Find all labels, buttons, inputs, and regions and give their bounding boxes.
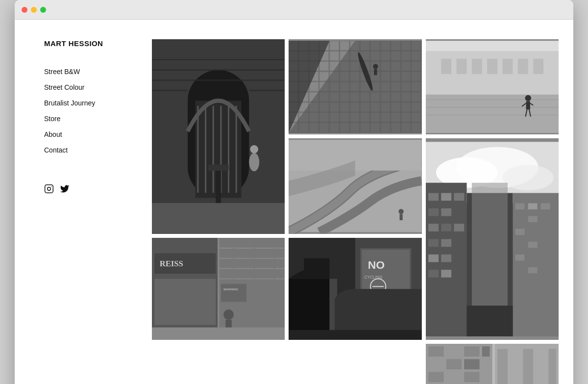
svg-rect-76 xyxy=(441,270,451,278)
svg-rect-51 xyxy=(426,41,559,51)
photo-grid: REISS WARNING xyxy=(152,39,559,384)
photo-square xyxy=(426,39,559,134)
svg-text:REISS: REISS xyxy=(160,259,183,268)
svg-rect-136 xyxy=(446,359,461,370)
photo-paving xyxy=(289,39,421,134)
svg-point-16 xyxy=(250,145,258,154)
browser-content: MART HESSION Street B&W Street Colour Br… xyxy=(15,20,573,384)
nav-item-about[interactable]: About xyxy=(44,130,142,139)
photo-cell-3[interactable] xyxy=(426,39,559,134)
svg-rect-131 xyxy=(428,346,443,357)
photo-cell-6[interactable]: REISS WARNING xyxy=(152,238,285,340)
instagram-icon xyxy=(44,184,54,194)
photo-cell-1[interactable] xyxy=(152,39,285,234)
svg-point-110 xyxy=(223,309,234,320)
svg-rect-79 xyxy=(528,204,537,210)
nav-item-street-bw[interactable]: Street B&W xyxy=(44,67,142,76)
svg-rect-148 xyxy=(536,349,546,384)
svg-rect-135 xyxy=(428,359,443,370)
nav-item-store[interactable]: Store xyxy=(44,114,142,123)
svg-rect-84 xyxy=(515,229,524,235)
svg-point-30 xyxy=(373,64,378,69)
svg-rect-80 xyxy=(540,204,550,210)
close-button[interactable] xyxy=(22,7,27,13)
nav-item-brutalist[interactable]: Brutalist Journey xyxy=(44,99,142,107)
svg-rect-90 xyxy=(515,267,524,274)
svg-rect-88 xyxy=(515,255,524,261)
nav-link-contact[interactable]: Contact xyxy=(44,146,68,154)
svg-rect-149 xyxy=(548,349,556,384)
nav-link-about[interactable]: About xyxy=(44,130,62,138)
svg-rect-138 xyxy=(428,372,443,383)
svg-rect-63 xyxy=(428,193,439,201)
svg-rect-78 xyxy=(515,204,524,210)
site-title: MART HESSION xyxy=(44,39,142,48)
svg-rect-91 xyxy=(528,267,537,274)
nav-item-contact[interactable]: Contact xyxy=(44,146,142,154)
svg-rect-139 xyxy=(446,372,461,383)
svg-rect-31 xyxy=(374,69,377,76)
svg-rect-43 xyxy=(518,59,528,74)
svg-rect-137 xyxy=(464,359,479,370)
svg-rect-108 xyxy=(221,283,246,302)
svg-rect-94 xyxy=(466,306,513,336)
svg-rect-86 xyxy=(515,242,524,248)
svg-rect-70 xyxy=(454,224,464,231)
nav-link-street-colour[interactable]: Street Colour xyxy=(44,83,84,91)
instagram-link[interactable] xyxy=(44,184,54,196)
sidebar: MART HESSION Street B&W Street Colour Br… xyxy=(44,39,152,384)
svg-rect-146 xyxy=(510,349,520,384)
minimize-button[interactable] xyxy=(31,7,37,13)
svg-rect-46 xyxy=(526,101,530,109)
photo-alley xyxy=(426,138,559,340)
svg-rect-147 xyxy=(523,349,533,384)
svg-rect-99 xyxy=(154,279,216,325)
svg-rect-44 xyxy=(533,59,543,74)
svg-rect-14 xyxy=(208,165,229,171)
svg-rect-145 xyxy=(497,349,508,384)
svg-rect-77 xyxy=(513,193,559,336)
nav-link-street-bw[interactable]: Street B&W xyxy=(44,68,80,76)
svg-rect-64 xyxy=(441,193,451,201)
photo-underground: NO CYCLING xyxy=(289,238,421,340)
svg-rect-0 xyxy=(45,185,53,193)
svg-rect-82 xyxy=(528,216,537,223)
svg-text:NO: NO xyxy=(368,258,385,271)
nav-link-brutalist[interactable]: Brutalist Journey xyxy=(44,99,95,107)
svg-rect-75 xyxy=(428,270,439,278)
twitter-link[interactable] xyxy=(60,184,70,196)
photo-cell-7[interactable]: NO CYCLING xyxy=(289,238,421,340)
svg-rect-83 xyxy=(540,216,550,223)
svg-point-2 xyxy=(51,186,51,187)
svg-point-55 xyxy=(399,209,404,214)
nav-item-street-colour[interactable]: Street Colour xyxy=(44,83,142,92)
svg-rect-133 xyxy=(464,346,479,357)
svg-point-61 xyxy=(502,165,553,190)
svg-rect-132 xyxy=(446,346,461,357)
svg-rect-73 xyxy=(428,255,439,262)
svg-rect-66 xyxy=(428,208,439,216)
browser-window: MART HESSION Street B&W Street Colour Br… xyxy=(15,0,573,384)
photo-cell-4[interactable] xyxy=(289,138,421,233)
svg-rect-71 xyxy=(428,239,439,247)
maximize-button[interactable] xyxy=(40,7,46,13)
svg-rect-67 xyxy=(441,208,451,216)
svg-point-15 xyxy=(249,153,259,172)
svg-rect-72 xyxy=(441,239,451,247)
photo-stairs xyxy=(289,138,421,233)
svg-rect-112 xyxy=(152,327,285,340)
svg-rect-38 xyxy=(441,59,451,74)
nav-link-store[interactable]: Store xyxy=(44,115,60,123)
svg-rect-134 xyxy=(482,346,490,357)
svg-rect-39 xyxy=(456,59,466,74)
svg-rect-42 xyxy=(502,59,513,74)
photo-cell-5[interactable] xyxy=(426,138,559,340)
svg-rect-89 xyxy=(528,255,537,261)
photo-cell-8[interactable] xyxy=(426,344,559,384)
svg-rect-85 xyxy=(528,229,537,235)
svg-rect-33 xyxy=(426,92,559,133)
svg-rect-69 xyxy=(441,224,451,231)
photo-building-detail xyxy=(426,344,559,384)
photo-street-reiss: REISS WARNING xyxy=(152,238,285,340)
photo-cell-2[interactable] xyxy=(289,39,421,134)
